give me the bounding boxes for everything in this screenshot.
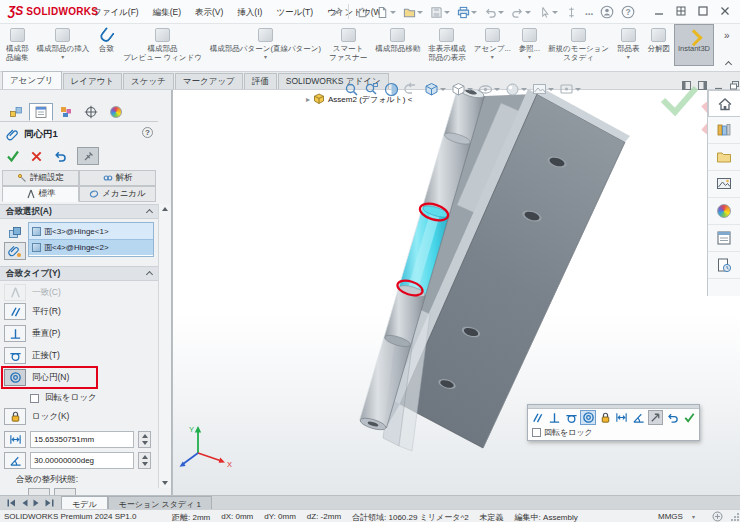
mate-selections-listbox[interactable]: 面<3>@Hinge<1> 面<4>@Hinge<2> xyxy=(28,222,154,257)
ribbon-button-edit-component[interactable]: 構成部 品編集 ▾ xyxy=(2,24,33,66)
distance-mate-button[interactable] xyxy=(614,410,630,425)
flip-alignment-button[interactable] xyxy=(648,410,664,425)
keep-visible-pin-button[interactable] xyxy=(77,147,99,165)
ribbon-button-exploded-view[interactable]: 分解図 ▾ xyxy=(643,24,674,66)
multiple-mate-mode-button[interactable] xyxy=(4,242,26,260)
parallel-mate-row[interactable]: 平行(R) xyxy=(4,303,61,320)
view-palette-tab[interactable] xyxy=(708,171,740,198)
zoom-to-area-icon[interactable] xyxy=(364,82,379,97)
ribbon-button-show-hidden-components[interactable]: 非表示構成 部品の表示 ▾ xyxy=(424,24,470,66)
edit-appearance-icon[interactable] xyxy=(505,82,527,97)
pm-lock-rotation-checkbox[interactable] xyxy=(30,394,39,403)
solidworks-forum-tab[interactable] xyxy=(708,252,740,279)
ribbon-button-linear-component-pattern[interactable]: 構成部品パターン(直線パターン) ▾ xyxy=(206,24,325,66)
minimize-button[interactable] xyxy=(654,6,664,16)
mate-type-section-header[interactable]: 合致タイプ(Y) xyxy=(0,266,158,281)
ribbon-overflow-button[interactable]: » xyxy=(724,30,730,41)
tab-model[interactable]: モデル xyxy=(61,496,108,509)
perpendicular-mate-button[interactable] xyxy=(547,410,563,425)
lock-rotation-checkbox[interactable] xyxy=(532,428,541,437)
previous-tab-button[interactable] xyxy=(21,499,28,507)
mate-selections-section-header[interactable]: 合致選択(A) xyxy=(0,204,158,219)
sign-in-icon[interactable] xyxy=(600,5,614,19)
scroll-up-icon[interactable] xyxy=(162,207,168,211)
custom-properties-tab[interactable] xyxy=(708,225,740,252)
zoom-to-fit-icon[interactable] xyxy=(344,82,359,97)
select-button[interactable] xyxy=(538,6,558,19)
scroll-down-icon[interactable] xyxy=(162,481,168,485)
mechanical-mates-tab[interactable]: メカニカル xyxy=(79,186,156,202)
tab-motion-study[interactable]: モーション スタディ 1 xyxy=(108,496,212,509)
pane-right-icon[interactable] xyxy=(698,81,707,90)
ribbon-button-insert-components[interactable]: 構成部品の挿入 ▾ xyxy=(33,24,94,66)
lock-mate-button[interactable] xyxy=(597,410,613,425)
tangent-mate-row[interactable]: 正接(T) xyxy=(4,347,60,364)
tab-layout[interactable]: レイアウト xyxy=(63,73,123,89)
tab-sketch[interactable]: スケッチ xyxy=(123,73,174,89)
appearances-scenes-tab[interactable] xyxy=(708,198,740,225)
ribbon-button-assembly-features[interactable]: アセンブ... ▾ xyxy=(470,24,515,66)
angle-value-input[interactable] xyxy=(30,452,134,469)
standard-mates-tab[interactable]: 標準 xyxy=(2,186,79,202)
menu-item[interactable]: ツール(T) xyxy=(269,0,320,24)
close-button[interactable] xyxy=(720,6,730,16)
new-document-button[interactable] xyxy=(376,6,396,19)
advanced-mates-tab[interactable]: 詳細設定 xyxy=(2,170,79,186)
ribbon-button-move-component[interactable]: 構成部品移動 ▾ xyxy=(371,24,424,66)
tab-evaluate[interactable]: 評価 xyxy=(244,73,277,89)
home-button[interactable] xyxy=(356,6,369,19)
coincident-mate-row[interactable]: 一致(C) xyxy=(4,284,61,301)
aligned-button[interactable] xyxy=(28,488,50,495)
save-button[interactable] xyxy=(430,6,450,19)
selection-item-selected[interactable]: 面<4>@Hinge<2> xyxy=(29,239,153,255)
distance-value-input[interactable] xyxy=(30,431,134,448)
ribbon-button-component-preview-window[interactable]: 構成部品 プレビュー ウィンドウ ▾ xyxy=(119,24,206,66)
more-commands-ellipsis[interactable]: ... xyxy=(585,7,593,17)
menu-item[interactable]: 挿入(I) xyxy=(230,0,269,24)
undo-button[interactable] xyxy=(484,6,504,19)
rebuild-button[interactable] xyxy=(565,6,578,19)
tangent-mate-button[interactable] xyxy=(564,410,580,425)
ok-button[interactable] xyxy=(6,149,20,163)
distance-mate-icon[interactable] xyxy=(4,431,26,448)
next-tab-button[interactable] xyxy=(33,499,40,507)
accept-mate-button[interactable] xyxy=(681,410,697,425)
undo-button-pm[interactable] xyxy=(53,149,67,163)
concentric-mate-row[interactable]: 同心円(N) xyxy=(4,369,69,386)
ribbon-button-smart-fasteners[interactable]: スマート ファスナー ▾ xyxy=(325,24,371,66)
doc-minimize-button[interactable] xyxy=(714,81,723,90)
display-manager-tab[interactable] xyxy=(104,103,128,121)
redo-button[interactable] xyxy=(511,6,531,19)
angle-mate-button[interactable] xyxy=(631,410,647,425)
angle-stepper[interactable] xyxy=(138,452,151,469)
pane-left-icon[interactable] xyxy=(682,81,691,90)
concentric-mate-button[interactable] xyxy=(580,410,596,425)
lock-mate-row[interactable]: ロック(K) xyxy=(4,408,69,425)
ribbon-button-instant3d[interactable]: Instant3D ▾ xyxy=(674,24,714,66)
solidworks-resources-tab[interactable] xyxy=(708,90,740,117)
menu-item[interactable]: ファイル(F) xyxy=(86,0,146,24)
first-tab-button[interactable] xyxy=(7,499,16,507)
analysis-tab[interactable]: 解析 xyxy=(79,170,156,186)
distance-stepper[interactable] xyxy=(138,431,151,448)
apply-scene-icon[interactable] xyxy=(532,82,554,97)
maximize-button[interactable] xyxy=(698,6,708,16)
feature-manager-tab[interactable] xyxy=(4,103,28,121)
file-explorer-tab[interactable] xyxy=(708,144,740,171)
view-orientation-icon[interactable] xyxy=(424,82,446,97)
units-dropdown-icon[interactable]: ▾ xyxy=(692,513,695,520)
ribbon-button-reference-geometry[interactable]: 参照... ▾ xyxy=(515,24,544,66)
property-manager-tab[interactable] xyxy=(29,103,53,121)
perpendicular-mate-row[interactable]: 垂直(P) xyxy=(4,325,60,342)
undo-mate-button[interactable] xyxy=(664,410,680,425)
units-selector[interactable]: MMGS xyxy=(658,512,683,521)
ribbon-collapse-button[interactable] xyxy=(725,61,732,68)
menu-item[interactable]: 表示(V) xyxy=(188,0,230,24)
angle-mate-icon[interactable] xyxy=(4,452,26,469)
display-style-icon[interactable] xyxy=(451,82,473,97)
expand-arrow-icon[interactable]: ▸ xyxy=(306,95,310,104)
cancel-button[interactable] xyxy=(30,150,43,163)
print-button[interactable] xyxy=(457,6,477,19)
pin-menubar-icon[interactable] xyxy=(332,7,342,17)
open-document-button[interactable] xyxy=(403,6,423,19)
